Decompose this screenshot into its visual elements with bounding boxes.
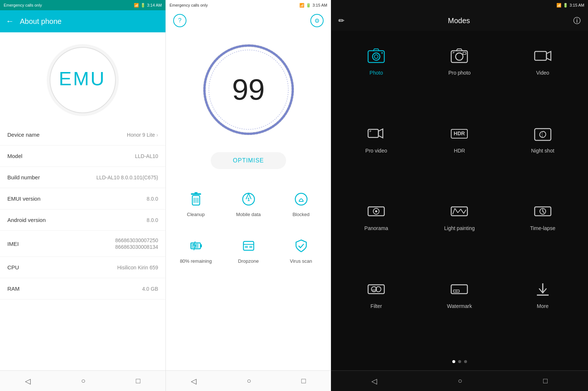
- svg-rect-29: [535, 51, 546, 60]
- svg-point-22: [373, 53, 380, 60]
- svg-line-42: [461, 209, 464, 214]
- modes-title: Modes: [448, 17, 470, 25]
- svg-rect-28: [463, 52, 466, 54]
- edit-icon[interactable]: ✏: [338, 16, 345, 25]
- back-nav-opt[interactable]: ◁: [191, 377, 196, 385]
- emui-logo-container: EMUI: [0, 32, 165, 124]
- recents-nav-icon[interactable]: □: [136, 377, 140, 385]
- mode-pro-video[interactable]: P Pro video: [335, 116, 418, 194]
- back-nav-modes[interactable]: ◁: [371, 377, 377, 385]
- back-nav-icon[interactable]: ◁: [25, 377, 31, 385]
- info-row-ram: RAM 4.0 GB: [0, 278, 165, 299]
- wifi-icon-modes: 📶: [556, 3, 562, 8]
- svg-rect-9: [195, 192, 197, 194]
- pro-video-label: Pro video: [366, 148, 387, 154]
- blocked-label: Blocked: [292, 212, 309, 217]
- virus-scan-icon: [292, 236, 311, 255]
- mode-watermark[interactable]: ID Watermark: [418, 272, 501, 349]
- mode-filter[interactable]: Filter: [335, 272, 418, 349]
- action-mobile-data[interactable]: 1 Mobile data: [222, 184, 275, 223]
- watermark-label: Watermark: [447, 303, 472, 309]
- wifi-icon-opt: 📶: [299, 3, 304, 8]
- label-model: Model: [7, 153, 22, 159]
- action-blocked[interactable]: Blocked: [275, 184, 327, 223]
- action-battery[interactable]: 80% remaining: [170, 230, 222, 270]
- dot-2[interactable]: [458, 360, 461, 363]
- info-row-imei: IMEI 866863030007250 866863030008134: [0, 231, 165, 257]
- svg-line-39: [453, 208, 455, 214]
- svg-text:P: P: [370, 130, 371, 133]
- mode-time-lapse[interactable]: Time-lapse: [501, 194, 584, 272]
- status-bar-right: 📶 🔋 3:14 AM: [134, 3, 162, 8]
- question-icon: ?: [178, 17, 182, 24]
- pro-photo-icon: P: [449, 46, 470, 66]
- mode-photo[interactable]: Photo: [335, 38, 418, 116]
- cleanup-label: Cleanup: [187, 212, 204, 217]
- dot-3[interactable]: [464, 360, 467, 363]
- about-toolbar: ← About phone: [0, 10, 165, 32]
- svg-text:ID: ID: [455, 290, 458, 292]
- action-virus-scan[interactable]: Virus scan: [275, 230, 327, 270]
- svg-point-26: [456, 53, 463, 60]
- svg-line-40: [455, 208, 458, 213]
- label-build: Build number: [7, 174, 40, 180]
- mode-night-shot[interactable]: Night shot: [501, 116, 584, 194]
- back-button[interactable]: ←: [6, 17, 14, 26]
- recents-nav-modes[interactable]: □: [543, 377, 548, 385]
- home-nav-modes[interactable]: ○: [458, 377, 462, 385]
- svg-rect-19: [245, 246, 248, 248]
- mode-video[interactable]: Video: [501, 38, 584, 116]
- emui-logo: EMUI: [59, 68, 107, 93]
- label-android: Android version: [7, 217, 46, 223]
- light-painting-label: Light painting: [444, 225, 475, 231]
- emergency-text: Emergency calls only: [4, 3, 42, 7]
- dot-1[interactable]: [452, 360, 455, 363]
- svg-rect-15: [200, 244, 202, 247]
- mobile-data-icon: 1: [239, 190, 258, 209]
- svg-point-37: [375, 210, 377, 212]
- modes-toolbar: ✏ Modes ⓘ: [331, 10, 588, 31]
- nav-bar-about: ◁ ○ □: [0, 370, 165, 391]
- time-about: 3:14 AM: [147, 3, 162, 7]
- label-device-name: Device name: [7, 132, 40, 138]
- help-button[interactable]: ?: [173, 14, 186, 27]
- action-cleanup[interactable]: Cleanup: [170, 184, 222, 223]
- home-nav-icon[interactable]: ○: [81, 377, 85, 385]
- score-section: 99: [166, 31, 331, 145]
- dropzone-icon: [239, 236, 258, 255]
- mode-light-painting[interactable]: Light painting: [418, 194, 501, 272]
- filter-label: Filter: [371, 303, 382, 309]
- virus-scan-label: Virus scan: [290, 258, 312, 264]
- info-row-build: Build number LLD-AL10 8.0.0.101(C675): [0, 167, 165, 188]
- mode-panorama[interactable]: Panorama: [335, 194, 418, 272]
- status-bar-about: Emergency calls only 📶 🔋 3:14 AM: [0, 0, 165, 10]
- battery-label: 80% remaining: [180, 258, 212, 264]
- gear-icon: ⚙: [314, 17, 320, 24]
- home-nav-opt[interactable]: ○: [247, 377, 251, 385]
- label-imei: IMEI: [7, 241, 19, 247]
- action-dropzone[interactable]: Dropzone: [222, 230, 275, 270]
- mode-hdr[interactable]: HDR HDR: [418, 116, 501, 194]
- settings-button[interactable]: ⚙: [310, 14, 324, 27]
- emergency-text-opt: Emergency calls only: [170, 3, 208, 7]
- svg-text:EMUI: EMUI: [59, 68, 107, 89]
- video-icon: [532, 46, 553, 66]
- optimise-button[interactable]: OPTIMISE: [211, 152, 286, 169]
- page-title: About phone: [20, 17, 61, 26]
- info-row-device-name[interactable]: Device name Honor 9 Lite ›: [0, 124, 165, 146]
- label-cpu: CPU: [7, 264, 19, 270]
- label-emui: EMUI version: [7, 196, 40, 202]
- info-row-android: Android version 8.0.0: [0, 209, 165, 231]
- panel-optimizer: Emergency calls only 📶 🔋 3:15 AM ? ⚙ 99: [165, 0, 331, 391]
- info-icon[interactable]: ⓘ: [573, 16, 581, 26]
- svg-point-23: [374, 55, 378, 58]
- nav-bar-optimizer: ◁ ○ □: [166, 370, 331, 391]
- recents-nav-opt[interactable]: □: [302, 377, 306, 385]
- mode-more[interactable]: More: [501, 272, 584, 349]
- info-list: Device name Honor 9 Lite › Model LLD-AL1…: [0, 124, 165, 370]
- nav-bar-modes: ◁ ○ □: [331, 370, 588, 391]
- hdr-label: HDR: [454, 148, 465, 154]
- quick-actions: Cleanup 1 Mobile data Blocked: [166, 176, 331, 223]
- mode-pro-photo[interactable]: P Pro photo: [418, 38, 501, 116]
- value-imei: 866863030007250 866863030008134: [115, 237, 158, 250]
